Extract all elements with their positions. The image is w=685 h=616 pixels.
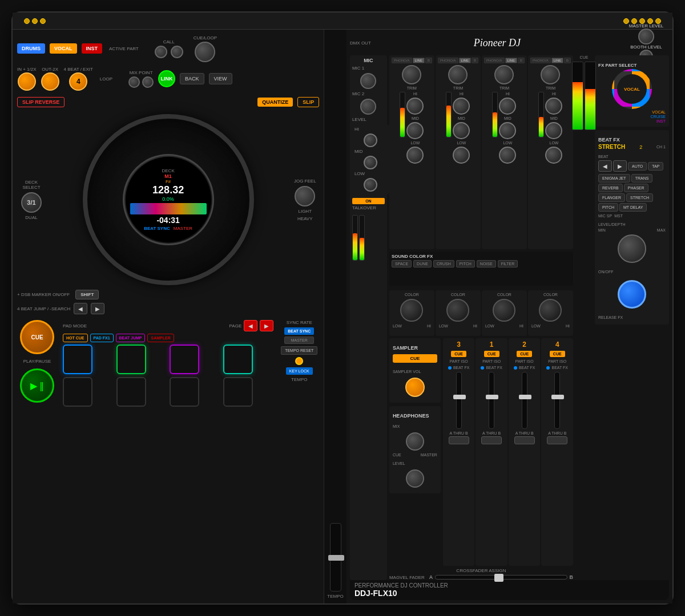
in-knob[interactable] — [18, 72, 36, 91]
play-button[interactable]: ▶ ‖ — [20, 368, 54, 403]
color-knob-3[interactable] — [400, 299, 423, 322]
cue-loop-knob[interactable] — [195, 42, 215, 62]
ch4-mid-knob[interactable] — [545, 122, 562, 139]
view-button[interactable]: VIEW — [209, 73, 232, 84]
pad-1[interactable] — [63, 345, 92, 374]
ch2-mid-knob[interactable] — [499, 122, 516, 139]
ch3-line[interactable]: LINE — [413, 58, 425, 63]
quantize-button[interactable]: QUANTIZE — [257, 98, 293, 107]
mic-low-knob[interactable] — [364, 178, 377, 192]
vocal-button[interactable]: VOCAL — [50, 43, 77, 54]
beat-left[interactable]: ◀ — [598, 160, 612, 172]
master-level-knob[interactable] — [638, 29, 654, 44]
ch3-fader[interactable] — [456, 372, 462, 429]
fx-reverb[interactable]: REVERB — [598, 184, 623, 192]
master-button[interactable]: MASTER — [284, 337, 314, 344]
fx-enigma-jet[interactable]: ENIGMA JET — [598, 174, 630, 183]
ch4-cue-btn[interactable]: CUE — [550, 351, 565, 357]
color-knob-4[interactable] — [539, 299, 562, 322]
ch2-fader[interactable] — [522, 372, 527, 429]
ch4-trim-knob[interactable] — [541, 65, 560, 84]
pad-7[interactable] — [170, 377, 199, 407]
tempo-range-indicator[interactable] — [295, 357, 303, 365]
crossfader-handle[interactable] — [494, 574, 503, 582]
mix-point-knob[interactable] — [128, 76, 140, 88]
ch2-ab-switch[interactable] — [514, 436, 535, 444]
ch4-hi-knob[interactable] — [545, 98, 562, 115]
ch3-phono[interactable]: PHONO/A — [392, 58, 412, 63]
ch4-fader-handle[interactable] — [551, 395, 564, 399]
ch4-fader[interactable] — [554, 372, 560, 429]
mic-on-button[interactable]: ON — [352, 198, 385, 204]
level-depth-knob[interactable] — [618, 234, 646, 263]
tap-btn[interactable]: TAP — [648, 162, 663, 171]
slip-reverse-button[interactable]: SLIP REVERSE — [17, 97, 65, 107]
ch1-phono[interactable]: PHONO/A — [438, 58, 458, 63]
mix-point-knob-2[interactable] — [142, 76, 154, 88]
beat-exit-knob[interactable]: 4 — [69, 72, 87, 91]
color-knob-1[interactable] — [446, 299, 469, 322]
mic1-knob[interactable] — [360, 73, 376, 89]
ch1-fader[interactable] — [489, 372, 494, 429]
scfx-pitch[interactable]: PITCH — [456, 260, 475, 268]
ch4-phono[interactable]: PHONO/A — [530, 58, 551, 63]
ch3-low-knob[interactable] — [406, 147, 424, 164]
pad-5[interactable] — [63, 377, 92, 407]
ch2-trim-knob[interactable] — [494, 65, 514, 84]
ch2-cue-btn[interactable]: CUE — [517, 351, 532, 357]
ch3-hi-knob[interactable] — [406, 98, 424, 115]
pad-fx1-mode-button[interactable]: PAD FX1 — [90, 334, 114, 342]
sampler-cue-button[interactable]: CUE — [393, 354, 437, 363]
page-left[interactable]: ◀ — [244, 320, 257, 331]
ch1-trim-knob[interactable] — [448, 65, 468, 84]
ch1-line[interactable]: LINE — [459, 58, 471, 63]
ch3-mid-knob[interactable] — [406, 122, 424, 139]
ch2-line[interactable]: LINE — [505, 58, 517, 63]
deck-number[interactable]: 3/1 — [21, 192, 42, 213]
mic-hi-knob[interactable] — [364, 133, 377, 147]
ch4-b[interactable]: B — [564, 58, 571, 63]
beat-sync-button[interactable]: BEAT SYNC — [284, 327, 314, 335]
call-knob[interactable] — [155, 46, 167, 58]
fx-flanger[interactable]: FLANGER — [598, 193, 625, 202]
cue-big-button[interactable]: CUE — [20, 320, 54, 354]
ch1-hi-knob[interactable] — [453, 98, 470, 115]
ch3-b[interactable]: B — [425, 58, 432, 63]
shift-button[interactable]: SHIFT — [75, 290, 99, 299]
ch2-fader-handle[interactable] — [519, 395, 531, 399]
jogwheel[interactable]: DECK M1 F# 128.32 0.0% -04:31 BE — [83, 114, 254, 285]
inst-button[interactable]: INST — [82, 43, 103, 54]
ch1-b[interactable]: B — [472, 58, 478, 63]
beat-jump-left[interactable]: ◀ — [74, 303, 87, 314]
ch2-phono[interactable]: PHONO/A — [484, 58, 505, 63]
sampler-vol-knob[interactable] — [405, 378, 425, 397]
slip-button[interactable]: SLIP — [297, 97, 319, 107]
ch4-ab-switch[interactable] — [547, 436, 567, 444]
call-knob-2[interactable] — [171, 46, 183, 58]
page-right[interactable]: ▶ — [260, 320, 273, 331]
drums-button[interactable]: DRUMS — [17, 43, 45, 54]
hp-level-knob[interactable] — [406, 469, 424, 488]
crossfader-track[interactable] — [435, 575, 567, 579]
out-knob[interactable] — [41, 72, 59, 91]
ch2-b[interactable]: B — [518, 58, 525, 63]
ch1-ab-switch[interactable] — [481, 436, 502, 444]
pad-2[interactable] — [116, 345, 146, 374]
fx-roll[interactable]: PITCH — [598, 203, 618, 212]
beat-jump-right[interactable]: ▶ — [91, 303, 104, 314]
sampler-mode-button[interactable]: SAMPLER — [147, 334, 174, 342]
tempo-fader-handle[interactable] — [328, 555, 344, 561]
mic2-knob[interactable] — [360, 99, 376, 115]
ch3-cue-btn[interactable]: CUE — [451, 351, 466, 357]
ch2-hi-knob[interactable] — [499, 98, 516, 115]
scfx-crush[interactable]: CRUSH — [433, 260, 454, 268]
fx-echo[interactable]: MT DELAY — [619, 203, 647, 212]
hp-mix-knob[interactable] — [406, 432, 424, 451]
auto-btn[interactable]: AUTO — [628, 162, 647, 171]
ch3-trim-knob[interactable] — [402, 65, 421, 84]
back-button[interactable]: BACK — [180, 73, 204, 84]
ch1-fader-handle[interactable] — [486, 395, 498, 399]
release-fx-button[interactable] — [618, 280, 646, 309]
scfx-noise[interactable]: NOISE — [477, 260, 496, 268]
hot-cue-mode-button[interactable]: HOT CUE — [63, 334, 88, 342]
